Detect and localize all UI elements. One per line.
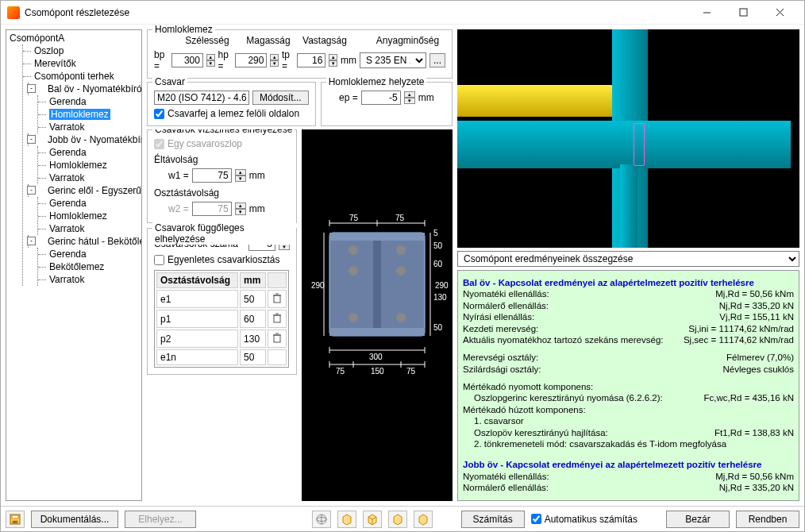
svg-text:150: 150 <box>371 367 384 376</box>
svg-text:290: 290 <box>311 281 325 290</box>
svg-point-21 <box>349 313 358 322</box>
view-globe-icon[interactable] <box>312 511 331 528</box>
footer: Dokumentálás... Elhelyez... Számítás Aut… <box>1 506 804 531</box>
expand-toggle[interactable]: - <box>27 84 36 93</box>
results-select[interactable]: Csomópont eredményeinek összegzése <box>457 251 799 267</box>
expand-toggle[interactable]: - <box>27 135 36 144</box>
tree-leaf[interactable]: Gerenda <box>38 95 140 108</box>
label-edge: Éltávolság <box>154 154 290 165</box>
tree-branch-gerinc-hatul[interactable]: - Gerinc hátul - Bekötőlemezes <box>28 235 140 248</box>
tree-leaf[interactable]: Varratok <box>38 121 140 133</box>
tree-leaf[interactable]: Varratok <box>38 172 140 184</box>
table-row: p160 <box>156 310 287 328</box>
tree-branch-bal-ov[interactable]: - Bal öv - Nyomatékbíró homloklemez <box>28 83 140 95</box>
tree-leaf[interactable]: Varratok <box>38 222 140 235</box>
checkbox-single-col <box>154 139 164 149</box>
group-title: Homloklemez helyzete <box>326 76 427 87</box>
input-w1[interactable] <box>192 168 232 183</box>
compute-button[interactable]: Számítás <box>461 511 525 528</box>
svg-marker-62 <box>394 515 402 525</box>
spinner[interactable]: ▲▼ <box>270 54 279 67</box>
tree-leaf[interactable]: Gerenda <box>38 146 140 159</box>
svg-rect-4 <box>274 295 280 303</box>
view-cube2-icon[interactable] <box>363 511 382 528</box>
group-plate: Homloklemez Szélesség Magasság Vastagság… <box>147 29 453 79</box>
spinner[interactable]: ▲▼ <box>235 169 246 182</box>
delete-icon[interactable] <box>272 312 283 323</box>
spinner[interactable]: ▲▼ <box>329 54 337 67</box>
delete-icon[interactable] <box>272 292 283 303</box>
tree-leaf[interactable]: Homloklemez <box>38 210 140 222</box>
auto-compute-check[interactable]: Automatikus számítás <box>531 514 637 525</box>
spinner[interactable]: ▲▼ <box>206 54 215 67</box>
tree-branch-jobb-ov[interactable]: - Jobb öv - Nyomatékbíró homloklemez <box>28 133 140 146</box>
expand-toggle[interactable]: - <box>27 186 36 195</box>
tree-leaf[interactable]: Homloklemez <box>38 159 140 172</box>
label-mm: mm <box>418 92 434 103</box>
render-3d[interactable] <box>457 29 799 248</box>
svg-point-20 <box>396 266 406 276</box>
window-title: Csomópont részletezése <box>25 7 688 18</box>
results-panel[interactable]: Bal öv - Kapcsolat eredményei az alapért… <box>457 270 799 501</box>
spinner[interactable]: ▲▼ <box>404 91 415 104</box>
modify-bolt-button[interactable]: Módosít... <box>252 91 309 105</box>
tree-leaf[interactable]: Bekötőlemez <box>38 260 140 273</box>
ok-button[interactable]: Rendben <box>736 511 799 528</box>
close-dialog-button[interactable]: Bezár <box>666 511 730 528</box>
checkbox-head-side[interactable] <box>154 109 164 119</box>
label-w2: w2 = <box>168 203 189 214</box>
tree-leaf-selected[interactable]: Homloklemez <box>38 108 140 121</box>
label-tp: tp = <box>282 49 294 71</box>
checkbox-even[interactable] <box>154 255 164 265</box>
expand-toggle[interactable]: - <box>27 237 36 245</box>
label-head-side: Csavarfej a lemez felöli oldalon <box>168 108 299 119</box>
svg-rect-53 <box>13 521 17 523</box>
tree-leaf[interactable]: Varratok <box>38 273 140 286</box>
tree-leaf[interactable]: Gerenda <box>38 248 140 260</box>
minimize-button[interactable] <box>688 1 725 25</box>
tree-item-merevitok[interactable]: Merevítők <box>23 57 140 70</box>
svg-marker-63 <box>419 515 427 525</box>
svg-text:290: 290 <box>435 281 449 290</box>
spinner: ▲▼ <box>235 202 246 215</box>
view-cube4-icon[interactable] <box>414 511 433 528</box>
input-ep[interactable] <box>361 91 401 105</box>
label-even: Egyenletes csavarkiosztás <box>168 254 279 265</box>
spacing-table[interactable]: Osztástávolságmm e150 p160 p2130 e1n50 <box>154 270 289 368</box>
save-button[interactable] <box>6 511 25 528</box>
svg-rect-1 <box>740 9 747 16</box>
view-cube1-icon[interactable] <box>337 511 356 528</box>
tree-panel[interactable]: CsomópontA Oszlop Merevítők Csomóponti t… <box>6 29 142 501</box>
svg-marker-57 <box>343 515 351 525</box>
svg-point-22 <box>396 313 406 322</box>
tree-branch-gerinc-elol[interactable]: - Gerinc elől - Egyszerű nyírt kapcsolat <box>28 184 140 197</box>
table-row: e150 <box>156 290 287 308</box>
maximize-button[interactable] <box>725 1 761 25</box>
select-material[interactable]: S 235 EN 10025-2 <box>360 52 426 68</box>
input-bp[interactable] <box>171 53 203 67</box>
svg-text:75: 75 <box>349 214 359 222</box>
svg-rect-15 <box>329 233 425 241</box>
label-hp: hp = <box>218 49 233 71</box>
more-material-button[interactable]: ... <box>429 53 445 67</box>
group-vert: Csavarok függőleges elhelyezése Csavarso… <box>147 228 297 375</box>
tree-root[interactable]: CsomópontA <box>8 32 140 44</box>
table-row: e1n50 <box>156 349 287 365</box>
tree-item-oszlop[interactable]: Oszlop <box>23 44 140 57</box>
input-bolt[interactable] <box>154 91 249 105</box>
input-hp[interactable] <box>235 53 267 67</box>
group-bolt: Csavar Módosít... Csavarfej a lemez felö… <box>147 82 316 126</box>
close-button[interactable] <box>761 1 798 25</box>
input-tp[interactable] <box>297 53 325 67</box>
tree-item-terhek[interactable]: Csomóponti terhek <box>23 70 140 83</box>
group-plate-pos: Homloklemez helyzete ep = ▲▼ mm <box>321 82 453 126</box>
delete-icon[interactable] <box>272 332 283 343</box>
th-mm: mm <box>240 272 266 288</box>
table-row: p2130 <box>156 330 287 348</box>
view-cube3-icon[interactable] <box>388 511 407 528</box>
input-w2 <box>192 202 232 216</box>
svg-rect-10 <box>274 335 280 342</box>
svg-text:50: 50 <box>433 241 443 250</box>
document-button[interactable]: Dokumentálás... <box>31 511 118 528</box>
tree-leaf[interactable]: Gerenda <box>38 197 140 210</box>
